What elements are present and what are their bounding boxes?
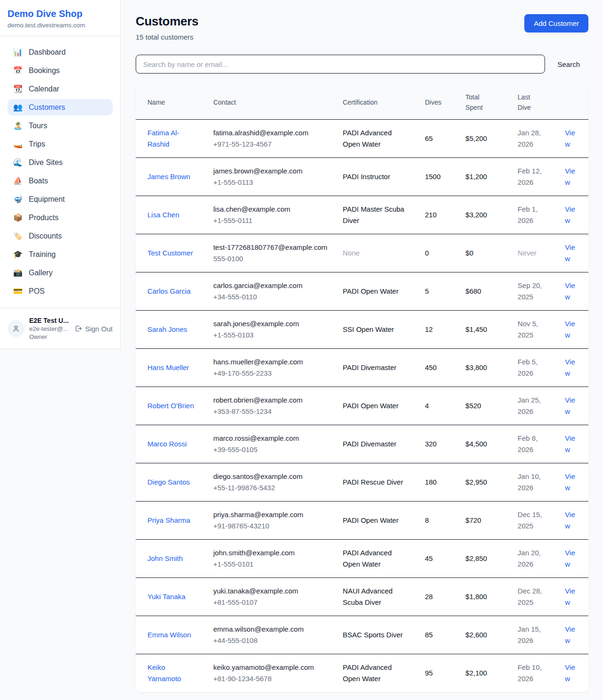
customer-phone: +55-11-99876-5432 <box>213 482 328 494</box>
trips-icon: 🚤 <box>13 140 23 148</box>
view-link[interactable]: View <box>565 396 575 415</box>
customer-email: hans.mueller@example.com <box>213 356 328 368</box>
customer-total-spent: $2,850 <box>458 540 510 578</box>
customer-phone: +1-555-0103 <box>213 329 328 341</box>
view-link[interactable]: View <box>565 243 575 263</box>
customer-name-link[interactable]: Test Customer <box>147 249 193 257</box>
view-link[interactable]: View <box>565 625 575 644</box>
cell-contact: carlos.garcia@example.com +34-555-0110 <box>206 272 335 311</box>
equipment-icon: 🤿 <box>13 195 23 204</box>
customer-name-link[interactable]: James Brown <box>147 173 190 181</box>
cell-name: Robert O'Brien <box>136 387 206 425</box>
customer-phone: +1-555-0113 <box>213 177 328 188</box>
sidebar-item-calendar[interactable]: 📆 Calendar <box>8 81 113 97</box>
view-link[interactable]: View <box>565 663 575 683</box>
table-row: Carlos Garcia carlos.garcia@example.com … <box>136 272 588 311</box>
nav-item-label: Boats <box>29 177 48 185</box>
customer-name-link[interactable]: Priya Sharma <box>147 516 190 524</box>
customer-name-link[interactable]: Robert O'Brien <box>147 402 194 410</box>
customer-name-link[interactable]: Sarah Jones <box>147 325 187 333</box>
cell-name: Priya Sharma <box>136 502 206 540</box>
boats-icon: ⛵ <box>13 176 23 185</box>
cell-action: View <box>557 540 588 578</box>
customer-name-link[interactable]: Diego Santos <box>147 478 190 486</box>
customer-total-spent: $3,200 <box>458 196 510 234</box>
sidebar-item-gallery[interactable]: 📸 Gallery <box>8 264 113 281</box>
customer-dives: 1500 <box>417 158 458 196</box>
customer-phone: +971-55-123-4567 <box>213 139 328 150</box>
customer-email: priya.sharma@example.com <box>213 509 328 520</box>
view-link[interactable]: View <box>565 205 575 224</box>
customer-total-spent: $1,800 <box>458 578 510 616</box>
sidebar-item-bookings[interactable]: 📅 Bookings <box>8 62 113 79</box>
view-link[interactable]: View <box>565 281 575 301</box>
customer-total-spent: $2,100 <box>458 654 510 692</box>
table-row: Yuki Tanaka yuki.tanaka@example.com +81-… <box>136 578 588 616</box>
cell-contact: marco.rossi@example.com +39-555-0105 <box>206 425 335 463</box>
column-header-label: Last Dive <box>518 92 539 113</box>
customer-dives: 28 <box>417 578 458 616</box>
customer-name-link[interactable]: John Smith <box>147 554 183 562</box>
search-button[interactable]: Search <box>557 60 580 68</box>
cell-contact: keiko.yamamoto@example.com +81-90-1234-5… <box>206 654 335 692</box>
sidebar-item-tours[interactable]: 🏝️ Tours <box>8 117 113 134</box>
sidebar-item-trips[interactable]: 🚤 Trips <box>8 136 113 152</box>
customer-email: marco.rossi@example.com <box>213 433 328 444</box>
sidebar-item-dive-sites[interactable]: 🌊 Dive Sites <box>8 154 113 171</box>
sidebar-item-boats[interactable]: ⛵ Boats <box>8 173 113 189</box>
customer-total-spent: $720 <box>458 502 510 540</box>
customer-name-link[interactable]: Fatima Al-Rashid <box>147 129 179 148</box>
sidebar-item-equipment[interactable]: 🤿 Equipment <box>8 191 113 207</box>
view-link[interactable]: View <box>565 358 575 377</box>
column-header-contact: Contact <box>206 85 335 120</box>
search-input[interactable] <box>136 55 545 74</box>
view-link[interactable]: View <box>565 587 575 606</box>
customer-certification: PADI Divemaster <box>335 349 417 387</box>
sidebar-item-pos[interactable]: 💳 POS <box>8 283 113 299</box>
nav-item-label: Trips <box>29 140 45 148</box>
customer-name-link[interactable]: Lisa Chen <box>147 211 179 219</box>
view-link[interactable]: View <box>565 472 575 492</box>
customer-last-dive: Jan 25, 2026 <box>510 387 558 425</box>
sidebar-item-dashboard[interactable]: 📊 Dashboard <box>8 44 113 60</box>
sidebar-item-customers[interactable]: 👥 Customers <box>8 99 113 115</box>
sidebar-item-products[interactable]: 📦 Products <box>8 209 113 226</box>
customer-name-link[interactable]: Hans Mueller <box>147 363 189 371</box>
customer-name-link[interactable]: Carlos Garcia <box>147 287 191 295</box>
bookings-icon: 📅 <box>13 66 23 75</box>
view-link[interactable]: View <box>565 320 575 339</box>
shop-title: Demo Dive Shop <box>8 8 113 19</box>
customer-name-link[interactable]: Emma Wilson <box>147 631 191 639</box>
customer-name-link[interactable]: Keiko Yamamoto <box>147 663 181 683</box>
view-link[interactable]: View <box>565 511 575 530</box>
sign-out-icon <box>74 325 82 332</box>
customer-name-link[interactable]: Marco Rossi <box>147 440 187 448</box>
customer-certification: PADI Master Scuba Diver <box>335 196 417 234</box>
customer-dives: 12 <box>417 311 458 349</box>
sidebar-item-discounts[interactable]: 🏷️ Discounts <box>8 228 113 244</box>
view-link[interactable]: View <box>565 167 575 186</box>
cell-contact: hans.mueller@example.com +49-170-555-223… <box>206 349 335 387</box>
view-link[interactable]: View <box>565 129 575 148</box>
table-body: Fatima Al-Rashid fatima.alrashid@example… <box>136 120 588 692</box>
customer-name-link[interactable]: Yuki Tanaka <box>147 593 186 601</box>
customer-last-dive: Never <box>510 234 558 272</box>
sign-out-button[interactable]: Sign Out <box>74 325 113 333</box>
cell-name: Lisa Chen <box>136 196 206 234</box>
table-row: Hans Mueller hans.mueller@example.com +4… <box>136 349 588 387</box>
cell-action: View <box>557 196 588 234</box>
add-customer-button[interactable]: Add Customer <box>524 14 588 33</box>
sidebar-item-training[interactable]: 🎓 Training <box>8 246 113 263</box>
view-link[interactable]: View <box>565 434 575 453</box>
cell-action: View <box>557 463 588 502</box>
column-header-label: Dives <box>425 97 441 107</box>
view-link[interactable]: View <box>565 549 575 568</box>
customer-total-spent: $4,500 <box>458 425 510 463</box>
customer-dives: 210 <box>417 196 458 234</box>
page-title: Customers <box>136 14 198 29</box>
cell-contact: robert.obrien@example.com +353-87-555-12… <box>206 387 335 425</box>
customer-count: 15 total customers <box>136 33 198 41</box>
customer-certification: PADI Open Water <box>335 272 417 311</box>
customer-last-dive: Sep 20, 2025 <box>510 272 558 311</box>
cell-contact: yuki.tanaka@example.com +81-555-0107 <box>206 578 335 616</box>
